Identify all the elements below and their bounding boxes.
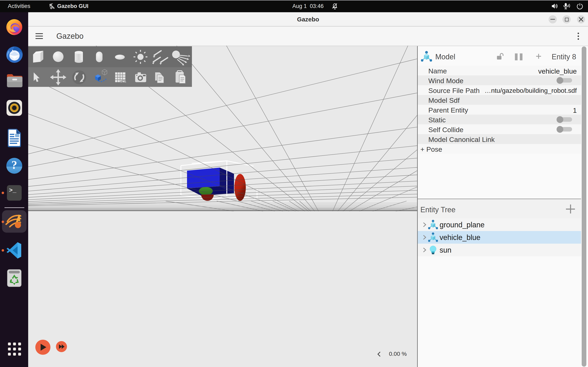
svg-text:?: ?	[11, 159, 17, 171]
svg-text:>_: >_	[9, 187, 17, 194]
